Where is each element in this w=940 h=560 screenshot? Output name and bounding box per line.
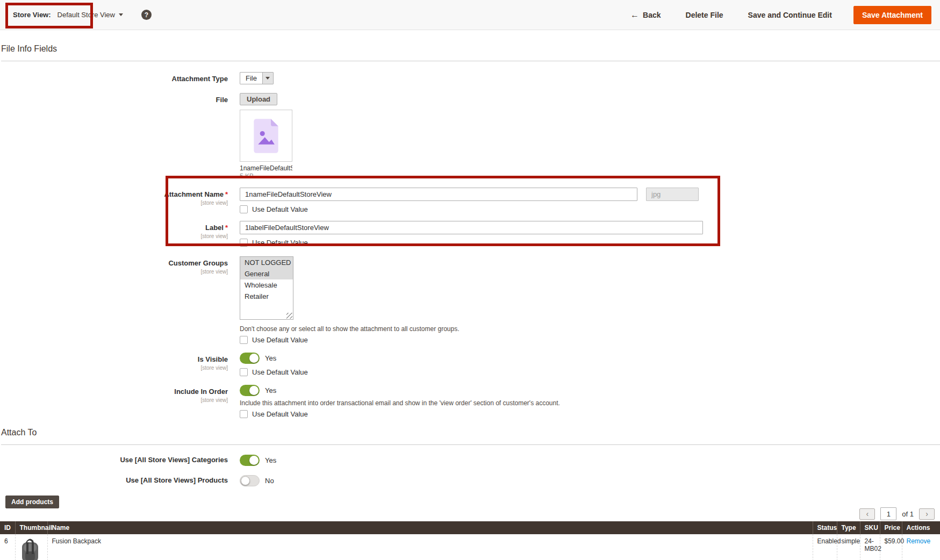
include-in-order-use-default-checkbox[interactable] (240, 410, 248, 418)
previous-page-button[interactable]: ‹ (859, 508, 875, 520)
column-header-price[interactable]: Price (880, 521, 902, 534)
label-label-block: Label* [store view] (0, 221, 228, 247)
column-header-type[interactable]: Type (837, 521, 860, 534)
attachment-type-value: File (240, 73, 262, 84)
customer-groups-label-block: Customer Groups [store view] (0, 256, 228, 344)
add-products-button[interactable]: Add products (5, 496, 59, 508)
save-attachment-button[interactable]: Save Attachment (853, 6, 931, 24)
listbox-option-not-logged-in[interactable]: NOT LOGGED IN (240, 257, 293, 268)
use-products-label-block: Use [All Store Views] Products (0, 475, 228, 486)
attachment-name-input[interactable] (240, 188, 637, 201)
attachment-name-use-default-checkbox[interactable] (240, 205, 248, 213)
select-arrow (262, 73, 273, 84)
column-header-sku[interactable]: SKU (860, 521, 880, 534)
required-asterisk: * (225, 224, 228, 232)
next-page-button[interactable]: › (919, 508, 935, 520)
label-row: Label* [store view] Use Default Value (0, 221, 940, 247)
listbox-option-general[interactable]: General (240, 268, 293, 279)
cell-thumbnail (15, 534, 47, 560)
customer-groups-row: Customer Groups [store view] NOT LOGGED … (0, 256, 940, 344)
use-default-label: Use Default Value (252, 336, 308, 344)
remove-product-link[interactable]: Remove (907, 537, 931, 545)
cell-status: Enabled (813, 534, 837, 560)
upload-button[interactable]: Upload (240, 93, 277, 105)
column-header-thumbnail[interactable]: Thumbnail (15, 521, 47, 534)
label-scope: [store view] (0, 233, 228, 239)
use-default-label: Use Default Value (252, 239, 308, 247)
back-button[interactable]: ← Back (627, 10, 664, 20)
is-visible-use-default-checkbox[interactable] (240, 368, 248, 376)
listbox-resize-handle[interactable] (286, 313, 292, 319)
cell-id: 6 (0, 534, 15, 560)
store-view-switcher[interactable]: Store View: Default Store View (13, 11, 123, 19)
delete-file-button[interactable]: Delete File (683, 10, 727, 20)
use-products-label: Use [All Store Views] Products (126, 476, 228, 484)
cell-sku: 24-MB02 (860, 534, 880, 560)
is-visible-toggle[interactable] (240, 353, 260, 364)
attachment-type-row: Attachment Type File (0, 72, 940, 84)
include-in-order-label-block: Include In Order [store view] (0, 385, 228, 418)
help-icon[interactable]: ? (141, 10, 152, 20)
page-of-label: of 1 (902, 510, 914, 518)
attachment-name-label: Attachment Name (164, 190, 224, 198)
listbox-option-wholesale[interactable]: Wholesale (240, 279, 293, 291)
product-thumbnail-image (20, 537, 40, 560)
customer-groups-scope: [store view] (0, 269, 228, 275)
include-in-order-note: Include this attachment into order trans… (240, 399, 940, 407)
include-in-order-state: Yes (265, 386, 276, 394)
cell-price: $59.00 (880, 534, 902, 560)
attachment-name-label-block: Attachment Name* [store view] (0, 188, 228, 213)
attach-to-section: Use [All Store Views] Categories Yes Use… (0, 455, 940, 560)
attachment-type-label: Attachment Type (172, 75, 228, 83)
label-label: Label (205, 224, 224, 232)
use-products-toggle[interactable] (240, 475, 260, 486)
listbox-option-retailer[interactable]: Retailer (240, 291, 293, 302)
column-header-name[interactable]: Name (47, 521, 813, 534)
include-in-order-toggle[interactable] (240, 385, 260, 396)
page-number-input[interactable] (880, 507, 896, 520)
file-upload-row: File Upload 1nameFileDefaultSto... 5 KB (0, 93, 940, 180)
save-and-continue-button[interactable]: Save and Continue Edit (745, 10, 835, 20)
toggle-knob (249, 456, 259, 465)
use-default-label: Use Default Value (252, 205, 308, 213)
attach-to-section-title: Attach To (1, 428, 940, 445)
products-table-header-row: ID Thumbnail Name Status Type SKU Price … (0, 521, 940, 534)
label-input[interactable] (240, 221, 703, 234)
use-products-row: Use [All Store Views] Products No (0, 475, 940, 486)
include-in-order-label: Include In Order (174, 387, 228, 396)
back-button-label: Back (643, 11, 661, 19)
toggle-knob (249, 386, 259, 395)
attachment-type-label-block: Attachment Type (0, 72, 228, 84)
use-categories-label: Use [All Store Views] Categories (120, 456, 228, 464)
is-visible-row: Is Visible [store view] Yes Use Default … (0, 353, 940, 376)
use-categories-label-block: Use [All Store Views] Categories (0, 455, 228, 466)
store-view-label: Store View: (13, 11, 51, 19)
file-thumbnail-card[interactable] (240, 110, 292, 162)
toggle-knob (241, 476, 250, 485)
use-default-label: Use Default Value (252, 410, 308, 418)
is-visible-label-block: Is Visible [store view] (0, 353, 228, 376)
store-view-value: Default Store View (58, 11, 115, 19)
use-categories-state: Yes (265, 456, 276, 464)
customer-groups-use-default-checkbox[interactable] (240, 336, 248, 344)
label-use-default-checkbox[interactable] (240, 239, 248, 247)
use-categories-toggle[interactable] (240, 455, 260, 466)
header-actions: ← Back Delete File Save and Continue Edi… (627, 6, 931, 24)
include-in-order-row: Include In Order [store view] Yes Includ… (0, 385, 940, 418)
store-view-picker[interactable]: Default Store View (58, 11, 123, 19)
uploaded-file-name: 1nameFileDefaultSto... (240, 164, 292, 172)
column-header-actions[interactable]: Actions (902, 521, 940, 534)
is-visible-scope: [store view] (0, 365, 228, 371)
attachment-type-select[interactable]: File (240, 72, 274, 84)
pagination: ‹ of 1 › (859, 507, 935, 520)
column-header-status[interactable]: Status (813, 521, 837, 534)
cell-name: Fusion Backpack (47, 534, 813, 560)
caret-down-icon (119, 13, 123, 16)
is-visible-state: Yes (265, 354, 276, 362)
file-info-form: Attachment Type File File Upload 1n (0, 72, 940, 418)
customer-groups-listbox[interactable]: NOT LOGGED IN General Wholesale Retailer (240, 256, 293, 320)
is-visible-label: Is Visible (198, 355, 228, 363)
customer-groups-label: Customer Groups (168, 259, 228, 267)
file-extension-input (646, 188, 699, 201)
column-header-id[interactable]: ID (0, 521, 15, 534)
